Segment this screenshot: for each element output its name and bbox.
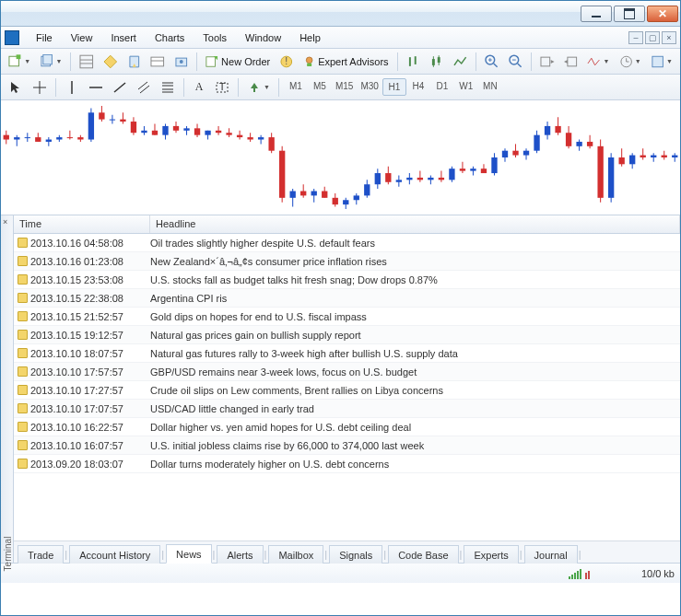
tab-experts[interactable]: Experts [464, 545, 518, 564]
terminal-close-button[interactable]: × [3, 217, 7, 227]
menu-window[interactable]: Window [236, 29, 290, 46]
toolbar-main: ▼ ▼ New Order ! Expert Advisors ▼ ▼ ▼ [1, 49, 680, 75]
menu-file[interactable]: File [27, 29, 62, 46]
candlestick-chart-button[interactable] [426, 52, 448, 72]
news-row[interactable]: 2013.10.10 17:27:57Crude oil slips on Le… [14, 381, 680, 400]
svg-rect-148 [491, 157, 497, 173]
auto-scroll-button[interactable] [536, 52, 558, 72]
svg-rect-96 [216, 131, 221, 133]
news-row[interactable]: 2013.10.10 17:57:57GBP/USD remains near … [14, 363, 680, 381]
strategy-tester-button[interactable] [170, 52, 193, 72]
timeframe-mn[interactable]: MN [478, 78, 502, 96]
market-watch-button[interactable] [76, 52, 98, 72]
col-time-header[interactable]: Time [14, 215, 150, 233]
new-chart-button[interactable]: ▼ [5, 52, 34, 72]
expert-advisors-button[interactable]: Expert Advisors [299, 52, 393, 72]
window-maximize-button[interactable] [614, 6, 645, 22]
chart-area[interactable] [1, 100, 680, 215]
trendline-button[interactable] [109, 77, 131, 98]
timeframe-h4[interactable]: H4 [406, 78, 430, 96]
svg-rect-34 [568, 57, 577, 66]
svg-rect-144 [470, 169, 476, 170]
horizontal-line-button[interactable] [85, 77, 107, 98]
tab-signals[interactable]: Signals [329, 545, 382, 564]
new-order-button[interactable]: New Order [202, 52, 274, 72]
news-row[interactable]: 2013.10.10 18:07:57Natural gas futures r… [14, 344, 680, 363]
text-label-button[interactable]: T [211, 77, 233, 98]
cursor-button[interactable] [5, 77, 27, 98]
news-time: 2013.10.15 21:52:57 [30, 311, 150, 322]
line-chart-button[interactable] [450, 52, 472, 72]
timeframe-d1[interactable]: D1 [430, 78, 454, 96]
fibonacci-button[interactable] [157, 77, 179, 98]
tab-mailbox[interactable]: Mailbox [268, 545, 323, 564]
svg-rect-18 [307, 63, 311, 65]
svg-rect-112 [300, 192, 306, 196]
navigator-button[interactable] [100, 52, 122, 72]
svg-rect-168 [597, 146, 603, 198]
news-row[interactable]: 2013.10.15 19:12:57Natural gas prices ga… [14, 326, 680, 344]
svg-rect-106 [268, 137, 274, 151]
timeframe-m15[interactable]: M15 [332, 78, 357, 96]
news-row[interactable]: 2013.09.20 18:03:07Dollar turns moderate… [14, 455, 680, 473]
svg-rect-80 [131, 122, 136, 133]
news-row[interactable]: 2013.10.16 01:23:08New Zealand×´â‚¬â„¢s … [14, 252, 680, 271]
crosshair-button[interactable] [29, 77, 51, 98]
timeframe-m30[interactable]: M30 [357, 78, 382, 96]
col-headline-header[interactable]: Headline [150, 215, 680, 233]
bar-chart-button[interactable] [403, 52, 425, 72]
zoom-in-button[interactable] [481, 52, 503, 72]
data-window-button[interactable] [123, 52, 146, 72]
news-time: 2013.10.10 16:22:57 [30, 422, 150, 433]
menu-charts[interactable]: Charts [146, 29, 194, 46]
svg-rect-122 [354, 195, 359, 200]
zoom-out-button[interactable] [505, 52, 527, 72]
metaeditor-button[interactable]: ! [276, 52, 298, 72]
tab-alerts[interactable]: Alerts [217, 545, 263, 564]
news-list[interactable]: 2013.10.16 04:58:08Oil trades slightly h… [14, 234, 680, 540]
news-row[interactable]: 2013.10.10 16:22:57Dollar higher vs. yen… [14, 418, 680, 436]
profiles-button[interactable]: ▼ [36, 52, 65, 72]
mdi-minimize-button[interactable]: – [628, 31, 643, 44]
menu-help[interactable]: Help [290, 29, 330, 46]
timeframe-m5[interactable]: M5 [308, 78, 332, 96]
tab-news[interactable]: News [166, 544, 212, 564]
menu-tools[interactable]: Tools [194, 29, 236, 46]
news-row[interactable]: 2013.10.15 22:38:08Argentina CPI ris [14, 289, 680, 308]
timeframe-h1[interactable]: H1 [382, 78, 406, 96]
terminal-panel-sidebar: × Terminal [1, 215, 14, 563]
mdi-restore-button[interactable]: ▢ [645, 31, 660, 44]
news-row[interactable]: 2013.10.15 21:52:57Gold dips on hopes fo… [14, 308, 680, 326]
news-row[interactable]: 2013.10.10 17:07:57USD/CAD little change… [14, 400, 680, 418]
tab-trade[interactable]: Trade [18, 545, 64, 564]
news-row[interactable]: 2013.10.10 16:07:57U.S. initial jobless … [14, 436, 680, 455]
news-row[interactable]: 2013.10.15 23:53:08U.S. stocks fall as b… [14, 271, 680, 289]
terminal-button[interactable] [147, 52, 169, 72]
arrows-button[interactable]: ▼ [243, 77, 274, 98]
news-time: 2013.09.20 18:03:07 [30, 459, 150, 470]
news-row[interactable]: 2013.10.16 04:58:08Oil trades slightly h… [14, 234, 680, 252]
news-icon [14, 293, 30, 303]
tab-account-history[interactable]: Account History [69, 545, 160, 564]
chart-shift-button[interactable] [560, 52, 582, 72]
news-icon [14, 459, 30, 469]
window-close-button[interactable]: ✕ [647, 6, 678, 22]
tab-code-base[interactable]: Code Base [388, 545, 458, 564]
periodicity-button[interactable]: ▼ [616, 52, 645, 72]
text-button[interactable]: A [189, 77, 209, 98]
menu-insert[interactable]: Insert [101, 29, 146, 46]
menu-view[interactable]: View [62, 29, 102, 46]
mdi-close-button[interactable]: × [662, 31, 676, 44]
window-minimize-button[interactable] [581, 6, 612, 22]
timeframe-m1[interactable]: M1 [284, 78, 308, 96]
news-headline: Dollar higher vs. yen amid hopes for U.S… [150, 422, 680, 433]
timeframe-w1[interactable]: W1 [454, 78, 478, 96]
templates-button[interactable]: ▼ [647, 52, 676, 72]
tab-journal[interactable]: Journal [524, 545, 578, 564]
vertical-line-button[interactable] [61, 77, 83, 98]
equidistant-channel-button[interactable] [133, 77, 155, 98]
indicators-button[interactable]: ▼ [583, 52, 613, 72]
svg-rect-134 [417, 178, 423, 180]
news-icon [14, 403, 30, 413]
svg-rect-170 [608, 157, 614, 198]
